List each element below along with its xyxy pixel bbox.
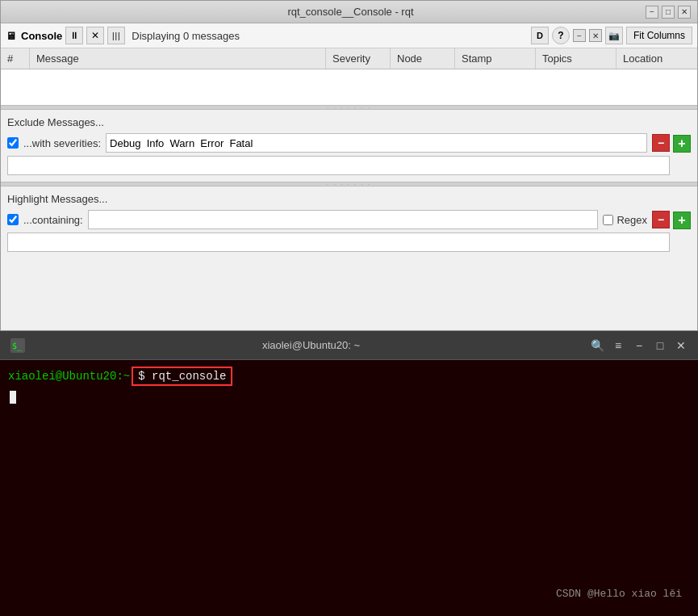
- exclude-row-1: ...with severities: −: [7, 133, 670, 153]
- screenshot-button[interactable]: 📷: [605, 27, 623, 44]
- minimize-button[interactable]: −: [646, 6, 658, 19]
- terminal-window: $_ xiaolei@Ubuntu20: ~ 🔍 ≡ − □ ✕: [0, 331, 698, 616]
- table-header: # Message Severity Node Stamp Topics Loc…: [1, 48, 697, 69]
- plus-icon-2: +: [678, 213, 685, 228]
- highlight-side-buttons: +: [673, 212, 691, 229]
- terminal-close-icon[interactable]: ✕: [674, 338, 688, 353]
- exclude-filter-group: ...with severities: − +: [7, 133, 691, 178]
- table-body: [1, 69, 697, 105]
- regex-group: Regex: [603, 214, 647, 226]
- col-message[interactable]: Message: [30, 48, 326, 69]
- title-bar: rqt_console__Console - rqt − □ ✕: [1, 1, 697, 23]
- terminal-body[interactable]: xiaolei@Ubuntu20:~ $ rqt_console CSDN @H…: [0, 360, 698, 616]
- highlight-section: Highlight Messages... ...containing: Reg…: [1, 186, 697, 258]
- display-messages-label: Displaying 0 messages: [132, 30, 240, 42]
- exclude-checkbox-1[interactable]: [7, 137, 19, 149]
- bars-icon: |||: [112, 31, 121, 40]
- exclude-remove-button[interactable]: −: [652, 134, 670, 152]
- toolbar: 🖥 Console ⏸ ✕ ||| Displaying 0 messages …: [1, 23, 697, 48]
- console-label: Console: [21, 30, 62, 42]
- minus-icon: −: [658, 136, 664, 149]
- highlight-title: Highlight Messages...: [7, 193, 691, 205]
- terminal-cursor: [10, 391, 16, 404]
- col-topics[interactable]: Topics: [536, 48, 616, 69]
- console-icon: 🖥: [6, 30, 16, 42]
- exclude-extra-row: [7, 156, 670, 175]
- terminal-cursor-line: [8, 391, 690, 404]
- fullscreen-button[interactable]: ✕: [589, 29, 602, 42]
- regex-label: Regex: [616, 214, 647, 226]
- fit-columns-button[interactable]: Fit Columns: [626, 27, 692, 44]
- toolbar-right: D ? − ✕ 📷 Fit Columns: [531, 27, 692, 44]
- col-number[interactable]: #: [1, 48, 30, 69]
- maximize-button[interactable]: □: [662, 6, 675, 19]
- col-node[interactable]: Node: [391, 48, 455, 69]
- watermark: CSDN @Hello xiao lěi: [556, 588, 682, 600]
- terminal-title-text: xiaolei@Ubuntu20: ~: [32, 339, 590, 351]
- clear-icon: ✕: [91, 30, 99, 41]
- screenshot-icon: 📷: [608, 31, 620, 41]
- highlight-checkbox-1[interactable]: [7, 214, 19, 225]
- exclude-severities-input[interactable]: [106, 133, 647, 153]
- highlight-remove-button[interactable]: −: [652, 211, 670, 228]
- terminal-command: $ rqt_console: [138, 370, 226, 383]
- svg-text:$_: $_: [12, 342, 23, 351]
- exclude-add-button[interactable]: +: [673, 135, 691, 153]
- col-stamp[interactable]: Stamp: [455, 48, 536, 69]
- clear-button[interactable]: ✕: [86, 27, 104, 44]
- highlight-filter-group: ...containing: Regex − +: [7, 210, 691, 255]
- regex-checkbox[interactable]: [603, 215, 613, 225]
- highlight-rows: ...containing: Regex −: [7, 210, 670, 255]
- exclude-rows: ...with severities: −: [7, 133, 670, 178]
- console-table: # Message Severity Node Stamp Topics Loc…: [1, 48, 697, 105]
- close-button[interactable]: ✕: [678, 6, 691, 19]
- exclude-side-buttons: +: [673, 135, 691, 153]
- d-button[interactable]: D: [531, 27, 549, 44]
- col-severity[interactable]: Severity: [326, 48, 391, 69]
- col-location[interactable]: Location: [616, 48, 697, 69]
- terminal-line-1: xiaolei@Ubuntu20:~ $ rqt_console: [8, 367, 690, 386]
- terminal-minimize-icon[interactable]: −: [632, 338, 646, 353]
- terminal-title-bar: $_ xiaolei@Ubuntu20: ~ 🔍 ≡ − □ ✕: [0, 331, 698, 360]
- terminal-controls: 🔍 ≡ − □ ✕: [590, 338, 688, 353]
- highlight-row-1: ...containing: Regex −: [7, 210, 670, 229]
- rqt-console-window: rqt_console__Console - rqt − □ ✕ 🖥 Conso…: [0, 0, 698, 331]
- terminal-search-icon[interactable]: 🔍: [590, 338, 604, 353]
- highlight-add-button[interactable]: +: [673, 212, 691, 229]
- bars-button[interactable]: |||: [107, 27, 125, 44]
- window-controls: − □ ✕: [646, 6, 691, 19]
- exclude-title: Exclude Messages...: [7, 116, 691, 128]
- pause-icon: ⏸: [69, 30, 79, 41]
- terminal-menu-icon[interactable]: ≡: [611, 338, 625, 353]
- highlight-extra-row: [7, 233, 670, 252]
- minus-icon-2: −: [658, 213, 664, 226]
- help-button[interactable]: ?: [552, 27, 570, 44]
- exclude-label-1: ...with severities:: [23, 137, 101, 149]
- plus-icon: +: [678, 136, 685, 151]
- terminal-command-box: $ rqt_console: [132, 367, 232, 386]
- highlight-label-1: ...containing:: [23, 214, 83, 226]
- terminal-maximize-icon[interactable]: □: [653, 338, 667, 353]
- pause-button[interactable]: ⏸: [65, 27, 83, 44]
- exclude-section: Exclude Messages... ...with severities: …: [1, 110, 697, 182]
- highlight-containing-input[interactable]: [88, 210, 599, 229]
- terminal-app-icon: $_: [10, 337, 26, 354]
- settings-button[interactable]: −: [573, 29, 586, 42]
- window-title: rqt_console__Console - rqt: [56, 6, 646, 18]
- terminal-title-left: $_: [10, 337, 32, 354]
- terminal-prompt: xiaolei@Ubuntu20:~: [8, 370, 130, 383]
